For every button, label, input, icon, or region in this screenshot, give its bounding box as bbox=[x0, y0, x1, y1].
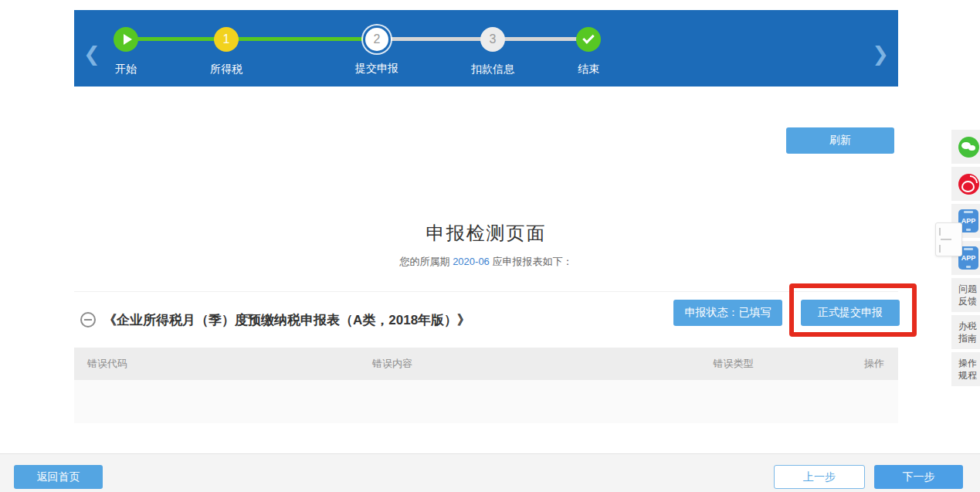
app-icon-label: APP bbox=[961, 217, 976, 225]
step-submit-declaration[interactable]: 2 提交申报 bbox=[331, 10, 423, 76]
tax-guide-button[interactable]: 办税指南 bbox=[951, 315, 980, 349]
subtitle-prefix: 您的所属期 bbox=[400, 256, 453, 267]
app-icon-label: APP bbox=[961, 254, 976, 262]
report-title: 《企业所得税月（季）度预缴纳税申报表（A类，2018年版）》 bbox=[103, 311, 470, 329]
wechat-icon bbox=[958, 137, 979, 158]
period-value: 2020-06 bbox=[453, 256, 490, 267]
step-number: 1 bbox=[214, 27, 239, 52]
step-start[interactable]: 开始 bbox=[80, 10, 172, 76]
error-table-body-empty bbox=[74, 380, 898, 423]
step-label: 所得税 bbox=[180, 63, 273, 76]
refresh-button[interactable]: 刷新 bbox=[786, 127, 894, 154]
column-header-operation: 操作 bbox=[816, 357, 898, 371]
weibo-icon bbox=[958, 174, 979, 195]
step-number: 2 bbox=[365, 28, 388, 51]
declaration-check-card: 刷新 申报检测页面 您的所属期 2020-06 应申报报表如下： 《企业所得税月… bbox=[74, 107, 898, 423]
operation-rules-button[interactable]: 操作规程 bbox=[951, 352, 980, 386]
weibo-share-button[interactable] bbox=[951, 167, 980, 201]
error-table-header: 错误代码 错误内容 错误类型 操作 bbox=[74, 348, 898, 380]
check-icon bbox=[576, 27, 601, 52]
step-number: 3 bbox=[480, 27, 505, 52]
chevron-right-icon[interactable]: ❯ bbox=[872, 44, 889, 64]
step-payment-info[interactable]: 3 扣款信息 bbox=[446, 10, 539, 76]
declaration-status-button[interactable]: 申报状态：已填写 bbox=[673, 300, 782, 326]
collapse-minus-icon[interactable] bbox=[80, 312, 96, 327]
play-icon bbox=[114, 27, 138, 52]
progress-stepper: ❮ 开始 1 所得税 2 提交申报 3 扣款信息 结束 ❯ bbox=[74, 10, 898, 87]
subtitle-suffix: 应申报报表如下： bbox=[490, 256, 573, 267]
step-label: 提交申报 bbox=[331, 62, 423, 76]
step-label: 开始 bbox=[80, 63, 172, 76]
feedback-button[interactable]: 问题反馈 bbox=[951, 278, 980, 312]
step-label: 扣款信息 bbox=[446, 63, 539, 76]
floating-side-panel: APP APP 问题反馈 办税指南 操作规程 bbox=[951, 130, 980, 389]
formal-submit-button[interactable]: 正式提交申报 bbox=[801, 300, 900, 326]
previous-step-button[interactable]: 上一步 bbox=[774, 465, 865, 489]
column-header-error-code: 错误代码 bbox=[74, 357, 321, 371]
app-qr-tooltip bbox=[935, 222, 962, 256]
step-income-tax[interactable]: 1 所得税 bbox=[180, 10, 273, 76]
next-step-button[interactable]: 下一步 bbox=[874, 465, 963, 489]
declaration-check-page: ❮ 开始 1 所得税 2 提交申报 3 扣款信息 结束 ❯ 刷新 申报检测页面 bbox=[0, 0, 980, 492]
step-end[interactable]: 结束 bbox=[542, 10, 635, 76]
tax-guide-label: 办税指南 bbox=[958, 320, 978, 344]
step-label: 结束 bbox=[542, 63, 635, 76]
back-home-button[interactable]: 返回首页 bbox=[14, 465, 103, 489]
footer-bar: 返回首页 上一步 下一步 bbox=[0, 453, 980, 492]
page-title: 申报检测页面 bbox=[74, 221, 898, 246]
column-header-error-content: 错误内容 bbox=[321, 357, 651, 371]
period-subtitle: 您的所属期 2020-06 应申报报表如下： bbox=[74, 255, 898, 269]
operation-rules-label: 操作规程 bbox=[958, 357, 978, 382]
wechat-share-button[interactable] bbox=[951, 130, 980, 164]
feedback-label: 问题反馈 bbox=[958, 283, 978, 307]
column-header-error-type: 错误类型 bbox=[651, 357, 816, 371]
